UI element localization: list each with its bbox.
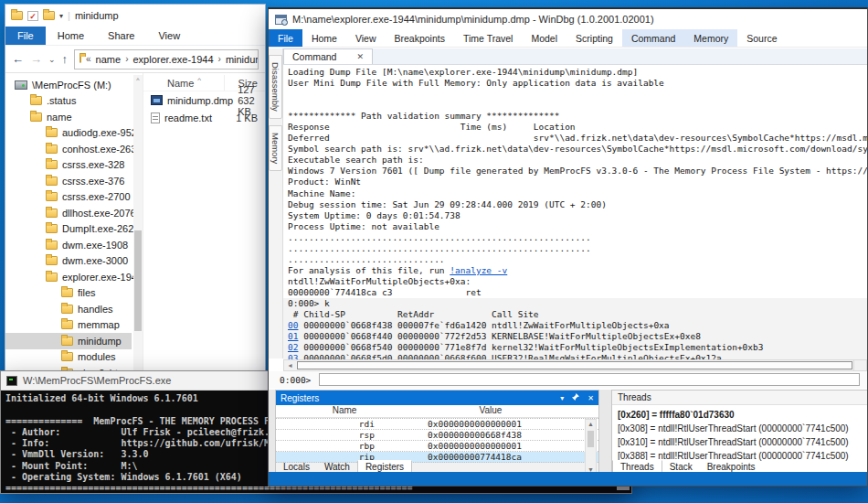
tab-command-document[interactable]: Command ✕ [283,48,373,64]
output-line: Windows 7 Version 7601 ([ Dump file gene… [283,166,867,177]
forward-icon[interactable]: → [30,52,42,66]
tab-breakpoints[interactable]: Breakpoints [386,29,454,47]
toolbar-caret-icon[interactable]: ▾ [59,12,63,20]
tree-item[interactable]: memmap [5,317,132,334]
thread-item[interactable]: [0x308] = ntdll!RtlUserThreadStart (0000… [612,422,867,435]
scroll-left-icon[interactable]: ◂ [284,360,296,370]
console-hscrollbar-thumb[interactable] [617,487,630,490]
breadcrumb: name›explorer.exe-1944›minidump [96,54,259,65]
tab-model[interactable]: Model [522,29,566,47]
register-row[interactable]: rdi0x0000000000000001 [276,419,598,430]
tree-item[interactable]: dwm.exe-1908 [5,237,132,253]
tab-memory[interactable]: Memory [684,29,737,47]
register-row[interactable]: rsp0x000000000668f438 [276,430,598,441]
tab-home[interactable]: Home [302,29,346,47]
tab-share[interactable]: Share [96,27,146,45]
close-icon[interactable]: ✕ [356,52,364,61]
tab-source[interactable]: Source [737,29,786,47]
registers-column-headers: Name Value [276,405,598,418]
column-header-name[interactable]: Name ^ [143,78,224,89]
tree-item[interactable]: conhost.exe-2636 [5,141,132,157]
breadcrumb-segment[interactable]: name [96,54,122,65]
tree-item[interactable]: dllhost.exe-2076 [5,205,132,221]
tree-scrollbar-thumb[interactable] [134,230,142,331]
registers-panel-titlebar[interactable]: Registers ▾ ✕ [276,391,598,405]
dump-file-icon [151,95,163,105]
tree-item[interactable]: explorer.exe-1944 [5,269,132,285]
scroll-up-icon[interactable]: ▲ [586,421,596,427]
tab-file[interactable]: File [269,29,302,47]
up-icon[interactable]: ↑ [62,52,69,66]
output-link[interactable]: 02 [288,342,298,352]
output-link[interactable]: 00 [288,320,298,330]
threads-panel-titlebar[interactable]: Threads [612,391,867,405]
thread-item[interactable]: [0x260] = fffffa80`01d73630 [612,408,867,422]
scroll-up-icon[interactable]: ^ [133,75,143,83]
output-line: Process Uptime: not available [283,221,867,232]
tree-item-label: dllhost.exe-2076 [62,208,136,219]
tree-item[interactable]: audiodg.exe-952 [5,125,132,142]
command-input[interactable] [319,373,860,386]
side-tab-disassembly[interactable]: Disassembly [269,55,282,119]
panel-menu-icon[interactable]: ▾ [560,394,564,402]
folder-icon [61,337,73,346]
tab-command[interactable]: Command [622,29,684,47]
tree-item[interactable]: csrss.exe-376 [5,173,132,189]
tree-item[interactable]: dwm.exe-3000 [5,253,132,270]
back-icon[interactable]: ← [12,52,24,66]
address-folder-icon [79,55,81,63]
folder-icon [30,96,42,105]
windbg-titlebar[interactable]: M:\name\explorer.exe-1944\minidump\minid… [269,9,867,29]
output-link[interactable]: 03 [288,353,298,359]
breadcrumb-segment[interactable]: explorer.exe-1944 [132,54,213,65]
tab-file[interactable]: File [5,27,46,45]
tree-item[interactable]: name [5,109,132,125]
tree-scrollbar[interactable]: ^ [133,75,143,383]
output-link[interactable]: 01 [288,331,298,341]
file-row[interactable]: readme.txt1 KB [143,109,265,126]
tab-view[interactable]: View [346,29,386,47]
breadcrumb-segment[interactable]: minidump [226,54,259,65]
file-row[interactable]: minidump.dmp127 632 KB [143,91,265,109]
pin-icon[interactable] [572,393,579,402]
windbg-window: M:\name\explorer.exe-1944\minidump\minid… [268,7,868,487]
tree-item[interactable]: minidump [5,333,132,349]
thread-item[interactable]: [0x310] = ntdll!RtlUserThreadStart (0000… [612,435,867,449]
tree-item[interactable]: csrss.exe-2700 [5,189,132,206]
registers-vscrollbar[interactable]: ▲ ▼ [585,419,597,475]
command-hscrollbar[interactable]: ◂ [283,359,867,371]
explorer-titlebar[interactable]: ✓ ▾ | minidump [5,5,265,27]
register-value: 0x00000000774418ca [413,452,522,462]
output-line: ........................................… [283,243,867,254]
output-line: Response Time (ms) Location [283,122,867,133]
folder-icon [46,256,58,265]
registers-panel-title: Registers [281,393,552,403]
tree-item[interactable]: modules [5,349,132,366]
drive-icon [15,80,27,90]
register-row[interactable]: rbp0x0000000000000001 [276,441,598,452]
tree-item[interactable]: DumpIt.exe-2624 [5,221,132,238]
side-tab-memory[interactable]: Memory [269,125,282,171]
tree-item[interactable]: \MemProcFS (M:) [5,77,132,93]
close-icon[interactable]: ✕ [587,394,594,402]
properties-icon[interactable]: ✓ [27,11,38,21]
registers-vscrollbar-thumb[interactable] [587,431,594,447]
output-line: 02 00000000`0668f540 00000000`771e8f7d k… [283,342,867,353]
tab-home[interactable]: Home [46,27,96,45]
output-link[interactable]: !analyze -v [450,265,507,275]
new-folder-icon[interactable] [43,11,55,20]
output-line: ntdll!ZwWaitForMultipleObjects+0xa: [283,276,867,287]
command-hscrollbar-thumb[interactable] [297,361,852,369]
register-value: 0x0000000000000001 [413,441,522,451]
tab-view[interactable]: View [146,27,192,45]
output-line: Loading Dump File [M:\name\explorer.exe-… [283,67,867,78]
tree-item[interactable]: .status [5,93,132,110]
recent-locations-icon[interactable]: ⌄ [48,55,56,64]
tree-item-label: dwm.exe-1908 [62,240,128,251]
tree-item[interactable]: files [5,285,132,302]
tab-time-travel[interactable]: Time Travel [454,29,522,47]
tree-item[interactable]: csrss.exe-328 [5,157,132,174]
tree-item[interactable]: handles [5,301,132,317]
tab-scripting[interactable]: Scripting [566,29,622,47]
address-bar[interactable]: « name›explorer.exe-1944›minidump [74,49,259,70]
